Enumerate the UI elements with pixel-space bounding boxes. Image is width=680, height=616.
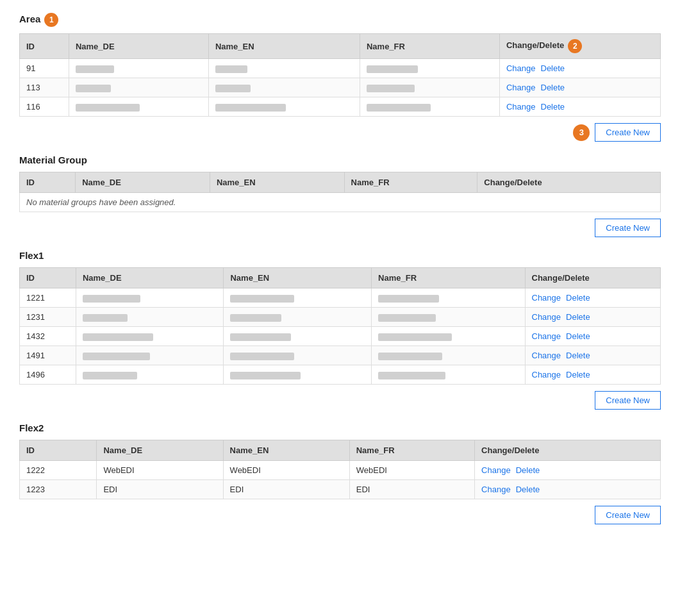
create-new-button-flex1[interactable]: Create New [595, 391, 661, 410]
col-header-id: ID [20, 172, 76, 193]
delete-link[interactable]: Delete [566, 331, 590, 341]
cell-name-de [69, 78, 208, 97]
table-row: 116ChangeDelete [20, 97, 661, 117]
cell-name-en: WebEDI [223, 461, 349, 480]
cell-actions: ChangeDelete [499, 59, 660, 78]
badge-1: 1 [44, 13, 58, 27]
change-link[interactable]: Change [532, 370, 561, 379]
delete-link[interactable]: Delete [541, 63, 565, 73]
table-row: 1432ChangeDelete [20, 327, 661, 346]
delete-link[interactable]: Delete [516, 485, 540, 494]
table-row: 1496ChangeDelete [20, 365, 661, 385]
cell-name-de: EDI [97, 480, 223, 499]
change-link[interactable]: Change [506, 83, 536, 92]
cell-name-en [224, 365, 372, 385]
col-header-name_de: Name_DE [76, 268, 224, 288]
cell-name-fr: EDI [349, 480, 474, 499]
cell-actions: ChangeDelete [475, 480, 661, 499]
cell-name-de [76, 288, 224, 308]
cell-name-fr [372, 288, 525, 308]
cell-name-en: EDI [223, 480, 349, 499]
cell-actions: ChangeDelete [525, 308, 661, 327]
create-new-wrapper-flex1: Create New [19, 391, 661, 410]
cell-name-en [224, 346, 372, 365]
cell-id: 91 [20, 59, 69, 78]
cell-id: 1496 [20, 365, 76, 385]
cell-name-fr [372, 346, 525, 365]
change-link[interactable]: Change [506, 63, 536, 73]
cell-name-de [76, 365, 224, 385]
cell-name-fr [360, 59, 499, 78]
table-row: 1223EDIEDIEDIChangeDelete [20, 480, 661, 499]
col-header-id: ID [20, 440, 97, 461]
col-header-name_fr: Name_FR [349, 440, 474, 461]
col-header-name_en: Name_EN [208, 34, 360, 59]
change-link[interactable]: Change [506, 102, 536, 112]
change-link[interactable]: Change [481, 465, 511, 475]
change-link[interactable]: Change [532, 293, 561, 303]
col-header-name_de: Name_DE [97, 440, 223, 461]
table-row: 1221ChangeDelete [20, 288, 661, 308]
cell-id: 116 [20, 97, 69, 117]
table-row: 1222WebEDIWebEDIWebEDIChangeDelete [20, 461, 661, 480]
cell-id: 1491 [20, 346, 76, 365]
col-header-change-delete: Change/Delete [525, 268, 661, 288]
cell-actions: ChangeDelete [475, 461, 661, 480]
col-header-id: ID [20, 268, 76, 288]
cell-name-de [76, 346, 224, 365]
table-row: 1231ChangeDelete [20, 308, 661, 327]
delete-link[interactable]: Delete [566, 293, 590, 303]
cell-name-fr [360, 97, 499, 117]
create-new-wrapper-material-group: Create New [19, 219, 661, 237]
col-header-id: ID [20, 34, 69, 59]
cell-name-en [224, 327, 372, 346]
col-header-change-delete: Change/Delete [477, 172, 661, 193]
col-header-name_de: Name_DE [76, 172, 210, 193]
create-new-wrapper-flex2: Create New [19, 506, 661, 524]
cell-name-fr [372, 365, 525, 385]
section-title-flex2: Flex2 [19, 422, 661, 433]
change-link[interactable]: Change [481, 485, 511, 494]
cell-id: 1222 [20, 461, 97, 480]
cell-actions: ChangeDelete [525, 365, 661, 385]
change-link[interactable]: Change [532, 351, 561, 360]
delete-link[interactable]: Delete [566, 370, 590, 379]
empty-message: No material groups have been assigned. [20, 193, 661, 212]
delete-link[interactable]: Delete [566, 312, 590, 322]
change-link[interactable]: Change [532, 312, 561, 322]
cell-id: 1231 [20, 308, 76, 327]
cell-actions: ChangeDelete [525, 288, 661, 308]
cell-id: 113 [20, 78, 69, 97]
section-title-flex1: Flex1 [19, 250, 661, 261]
table-row: 91ChangeDelete [20, 59, 661, 78]
delete-link[interactable]: Delete [516, 465, 540, 475]
col-header-name_en: Name_EN [223, 440, 349, 461]
cell-name-de [76, 327, 224, 346]
col-header-change-delete: Change/Delete2 [499, 34, 660, 59]
change-link[interactable]: Change [532, 331, 561, 341]
col-header-name_en: Name_EN [210, 172, 344, 193]
cell-name-en [224, 288, 372, 308]
table-row: 113ChangeDelete [20, 78, 661, 97]
create-new-button-material-group[interactable]: Create New [595, 219, 661, 237]
create-new-wrapper-area: 3Create New [19, 123, 661, 142]
table-area: IDName_DEName_ENName_FRChange/Delete291C… [19, 33, 661, 117]
badge-3: 3 [573, 124, 590, 141]
delete-link[interactable]: Delete [541, 102, 565, 112]
cell-name-fr: WebEDI [349, 461, 474, 480]
cell-name-en [208, 97, 360, 117]
create-new-button-area[interactable]: Create New [595, 123, 661, 142]
col-header-name_fr: Name_FR [360, 34, 499, 59]
cell-actions: ChangeDelete [525, 327, 661, 346]
delete-link[interactable]: Delete [566, 351, 590, 360]
create-new-button-flex2[interactable]: Create New [595, 506, 661, 524]
delete-link[interactable]: Delete [541, 83, 565, 92]
table-row: 1491ChangeDelete [20, 346, 661, 365]
cell-actions: ChangeDelete [499, 78, 660, 97]
badge-2: 2 [568, 39, 582, 53]
table-material-group: IDName_DEName_ENName_FRChange/DeleteNo m… [19, 172, 661, 212]
section-title-area: Area1 [19, 13, 661, 27]
cell-name-fr [360, 78, 499, 97]
cell-name-en [208, 59, 360, 78]
section-title-material-group: Material Group [19, 154, 661, 165]
